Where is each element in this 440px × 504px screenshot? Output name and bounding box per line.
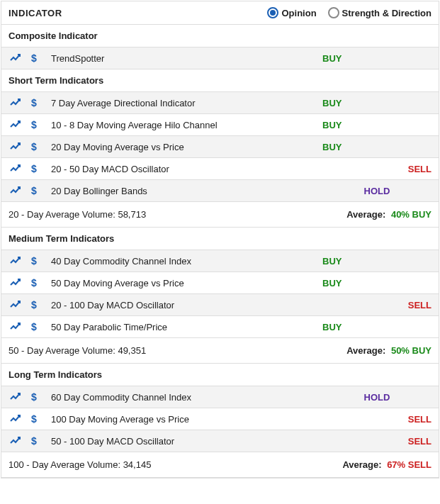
avg-signal: Average: 50% BUY xyxy=(346,345,431,356)
panel-header: INDICATOR Opinion Strength & Direction xyxy=(1,1,439,25)
group-summary: 20 - Day Average Volume: 58,713Average: … xyxy=(1,202,439,228)
dollar-icon[interactable]: $ xyxy=(27,321,41,332)
indicator-row: $7 Day Average Directional IndicatorBUY xyxy=(1,92,439,114)
indicator-row: $20 - 50 Day MACD OscillatorSELL xyxy=(1,158,439,180)
indicator-name: TrendSpotter xyxy=(41,53,318,64)
group-title: Short Term Indicators xyxy=(9,75,103,86)
group-header: Long Term Indicators xyxy=(1,364,439,386)
group-summary: 100 - Day Average Volume: 34,145Average:… xyxy=(1,452,439,478)
indicator-row: $100 Day Moving Average vs PriceSELL xyxy=(1,408,439,430)
chart-icon[interactable] xyxy=(9,164,23,174)
chart-icon[interactable] xyxy=(9,98,23,108)
dollar-icon[interactable]: $ xyxy=(27,141,41,152)
indicator-name: 100 Day Moving Average vs Price xyxy=(41,414,318,425)
indicator-name: 50 Day Moving Average vs Price xyxy=(41,278,318,289)
indicator-row: $TrendSpotterBUY xyxy=(1,47,439,69)
dollar-icon[interactable]: $ xyxy=(27,163,41,174)
avg-volume-label: 20 - Day Average Volume: 58,713 xyxy=(9,209,346,220)
avg-value: 40% BUY xyxy=(388,209,431,220)
indicator-row: $50 Day Moving Average vs PriceBUY xyxy=(1,272,439,294)
signal-value: BUY xyxy=(318,120,431,130)
indicator-name: 20 - 100 Day MACD Oscillator xyxy=(41,300,318,310)
chart-icon[interactable] xyxy=(9,53,23,63)
avg-volume-label: 50 - Day Average Volume: 49,351 xyxy=(9,345,346,356)
indicator-name: 40 Day Commodity Channel Index xyxy=(41,256,318,267)
chart-icon[interactable] xyxy=(9,142,23,152)
radio-label: Strength & Direction xyxy=(342,8,431,18)
indicator-name: 20 Day Bollinger Bands xyxy=(41,186,318,196)
dollar-icon[interactable]: $ xyxy=(27,255,41,267)
header-title: INDICATOR xyxy=(9,8,267,18)
radio-strength-direction[interactable]: Strength & Direction xyxy=(328,7,431,18)
indicator-name: 20 - 50 Day MACD Oscillator xyxy=(41,164,318,174)
avg-value: 67% SELL xyxy=(385,459,431,470)
signal-value: SELL xyxy=(318,436,431,447)
indicator-name: 60 Day Commodity Channel Index xyxy=(41,392,318,403)
chart-icon[interactable] xyxy=(9,256,23,266)
indicator-name: 10 - 8 Day Moving Average Hilo Channel xyxy=(41,120,318,130)
chart-icon[interactable] xyxy=(9,414,23,424)
signal-value: BUY xyxy=(318,142,431,152)
dollar-icon[interactable]: $ xyxy=(27,97,41,108)
signal-value: SELL xyxy=(318,164,431,174)
signal-value: BUY xyxy=(318,322,431,332)
indicator-name: 7 Day Average Directional Indicator xyxy=(41,98,318,108)
indicator-row: $20 Day Moving Average vs PriceBUY xyxy=(1,136,439,158)
indicator-row: $20 Day Bollinger BandsHOLD xyxy=(1,180,439,202)
indicator-name: 50 - 100 Day MACD Oscillator xyxy=(41,436,318,447)
avg-signal: Average: 40% BUY xyxy=(346,209,431,220)
indicator-row: $50 - 100 Day MACD OscillatorSELL xyxy=(1,430,439,452)
view-radio-group: Opinion Strength & Direction xyxy=(267,7,431,18)
signal-value: BUY xyxy=(318,53,431,64)
avg-label: Average: xyxy=(342,459,381,470)
chart-icon[interactable] xyxy=(9,278,23,288)
signal-value: SELL xyxy=(318,414,431,425)
indicator-row: $20 - 100 Day MACD OscillatorSELL xyxy=(1,294,439,316)
signal-value: BUY xyxy=(318,278,431,289)
chart-icon[interactable] xyxy=(9,436,23,446)
dollar-icon[interactable]: $ xyxy=(27,413,41,425)
signal-value: HOLD xyxy=(318,186,431,196)
group-title: Medium Term Indicators xyxy=(9,233,114,244)
chart-icon[interactable] xyxy=(9,186,23,196)
avg-signal: Average: 67% SELL xyxy=(342,459,431,470)
dollar-icon[interactable]: $ xyxy=(27,391,41,403)
group-header: Medium Term Indicators xyxy=(1,228,439,250)
group-title: Composite Indicator xyxy=(9,30,98,41)
dollar-icon[interactable]: $ xyxy=(27,435,41,447)
dollar-icon[interactable]: $ xyxy=(27,52,41,64)
group-header: Short Term Indicators xyxy=(1,69,439,92)
indicator-row: $10 - 8 Day Moving Average Hilo ChannelB… xyxy=(1,114,439,136)
signal-value: BUY xyxy=(318,98,431,108)
avg-volume-label: 100 - Day Average Volume: 34,145 xyxy=(9,459,342,470)
dollar-icon[interactable]: $ xyxy=(27,185,41,196)
avg-label: Average: xyxy=(346,209,385,220)
radio-icon xyxy=(267,7,278,18)
indicator-row: $40 Day Commodity Channel IndexBUY xyxy=(1,250,439,272)
radio-label: Opinion xyxy=(281,8,316,18)
signal-value: HOLD xyxy=(318,392,431,403)
group-header: Composite Indicator xyxy=(1,25,439,47)
signal-value: BUY xyxy=(318,256,431,267)
indicator-row: $50 Day Parabolic Time/PriceBUY xyxy=(1,316,439,338)
chart-icon[interactable] xyxy=(9,120,23,130)
dollar-icon[interactable]: $ xyxy=(27,299,41,310)
signal-value: SELL xyxy=(318,300,431,310)
indicator-row: $60 Day Commodity Channel IndexHOLD xyxy=(1,386,439,408)
avg-label: Average: xyxy=(346,345,385,356)
indicator-name: 50 Day Parabolic Time/Price xyxy=(41,322,318,332)
chart-icon[interactable] xyxy=(9,392,23,402)
group-summary: 50 - Day Average Volume: 49,351Average: … xyxy=(1,338,439,364)
avg-value: 50% BUY xyxy=(388,345,431,356)
chart-icon[interactable] xyxy=(9,322,23,332)
indicator-name: 20 Day Moving Average vs Price xyxy=(41,142,318,152)
group-title: Long Term Indicators xyxy=(9,369,102,380)
chart-icon[interactable] xyxy=(9,300,23,310)
dollar-icon[interactable]: $ xyxy=(27,277,41,289)
dollar-icon[interactable]: $ xyxy=(27,119,41,130)
radio-opinion[interactable]: Opinion xyxy=(267,7,316,18)
radio-icon xyxy=(328,7,339,18)
indicator-panel: INDICATOR Opinion Strength & Direction C… xyxy=(1,1,439,478)
